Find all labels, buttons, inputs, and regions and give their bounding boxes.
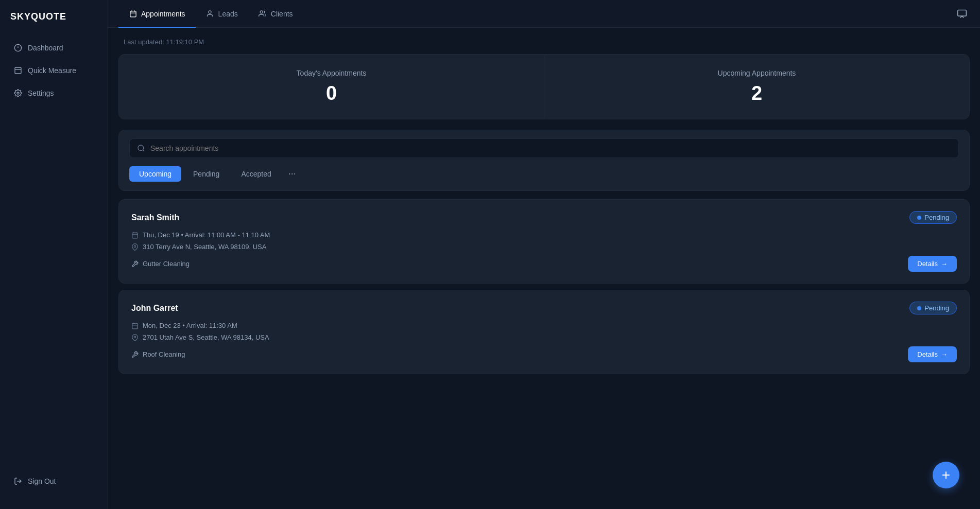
todays-appointments-value: 0 — [134, 82, 528, 104]
svg-point-12 — [260, 11, 263, 13]
location-icon-1 — [131, 243, 139, 251]
appt-date-text-1: Thu, Dec 19 • Arrival: 11:00 AM - 11:10 … — [143, 231, 270, 239]
svg-point-11 — [209, 11, 211, 13]
app-logo: SKYQUOTE — [0, 0, 108, 38]
calendar-detail-icon-2 — [131, 322, 139, 329]
upcoming-appointments-value: 2 — [560, 82, 954, 104]
appt-date-2: Mon, Dec 23 • Arrival: 11:30 AM — [131, 322, 957, 329]
stats-card: Today's Appointments 0 Upcoming Appointm… — [118, 54, 970, 119]
appt-footer-1: Gutter Cleaning Details → — [131, 256, 957, 272]
group-icon — [259, 10, 267, 18]
filter-tabs: Upcoming Pending Accepted ··· — [129, 165, 959, 182]
svg-point-20 — [134, 245, 136, 248]
sidebar-item-quick-measure[interactable]: Quick Measure — [6, 60, 101, 81]
filter-tab-upcoming[interactable]: Upcoming — [129, 166, 181, 182]
more-filters-button[interactable]: ··· — [283, 165, 301, 182]
appt-header-1: Sarah Smith Pending — [131, 211, 957, 224]
tab-leads[interactable]: Leads — [196, 1, 248, 28]
dashboard-icon — [13, 43, 23, 52]
appointment-card-2: John Garret Pending Mon, Dec 23 • Arriva… — [118, 290, 970, 374]
calendar-detail-icon-1 — [131, 232, 139, 239]
appt-service-2: Roof Cleaning — [131, 350, 185, 358]
appt-service-text-1: Gutter Cleaning — [143, 260, 190, 268]
appt-address-2: 2701 Utah Ave S, Seattle, WA 98134, USA — [131, 334, 957, 341]
chat-icon[interactable] — [954, 6, 970, 22]
svg-rect-7 — [130, 11, 135, 17]
main-area: Appointments Leads Clients — [108, 0, 980, 509]
sidebar-item-settings[interactable]: Settings — [6, 83, 101, 103]
status-label-2: Pending — [924, 304, 949, 312]
appt-service-text-2: Roof Cleaning — [143, 350, 185, 358]
tab-appointments-label: Appointments — [141, 10, 185, 18]
arrow-icon-1: → — [941, 260, 948, 268]
tab-appointments[interactable]: Appointments — [118, 1, 196, 28]
fab-button[interactable]: + — [933, 462, 959, 488]
appt-header-2: John Garret Pending — [131, 302, 957, 314]
stat-upcoming-appointments: Upcoming Appointments 2 — [544, 55, 969, 119]
appt-service-1: Gutter Cleaning — [131, 260, 190, 268]
search-section: Upcoming Pending Accepted ··· — [118, 130, 970, 191]
calendar-icon — [129, 10, 137, 18]
sidebar-item-settings-label: Settings — [28, 89, 54, 97]
appt-footer-2: Roof Cleaning Details → — [131, 346, 957, 362]
appt-name-1: Sarah Smith — [131, 213, 179, 222]
search-icon — [137, 144, 145, 152]
details-button-2[interactable]: Details → — [908, 346, 957, 362]
tab-clients[interactable]: Clients — [248, 1, 303, 28]
topnav-right — [954, 0, 970, 27]
svg-rect-3 — [15, 67, 21, 74]
tab-leads-label: Leads — [218, 10, 238, 18]
status-dot-2 — [917, 306, 921, 310]
arrow-icon-2: → — [941, 350, 948, 358]
svg-point-25 — [134, 336, 136, 338]
appointment-card-1: Sarah Smith Pending Thu, Dec 19 • Arriva… — [118, 199, 970, 284]
stat-todays-appointments: Today's Appointments 0 — [119, 55, 544, 119]
upcoming-appointments-label: Upcoming Appointments — [560, 69, 954, 77]
appt-name-2: John Garret — [131, 304, 178, 313]
sidebar: SKYQUOTE Dashboard Quick Measure — [0, 0, 108, 509]
sign-out-icon — [13, 477, 23, 486]
status-label-1: Pending — [924, 214, 949, 221]
search-input[interactable] — [150, 144, 951, 152]
appt-address-1: 310 Terry Ave N, Seattle, WA 98109, USA — [131, 243, 957, 251]
appt-address-text-1: 310 Terry Ave N, Seattle, WA 98109, USA — [143, 243, 266, 251]
quick-measure-icon — [13, 66, 23, 75]
person-icon — [206, 10, 214, 18]
svg-rect-21 — [132, 323, 138, 329]
appt-date-1: Thu, Dec 19 • Arrival: 11:00 AM - 11:10 … — [131, 231, 957, 239]
svg-line-15 — [143, 150, 144, 151]
svg-rect-13 — [958, 10, 967, 16]
svg-point-5 — [17, 92, 19, 94]
sign-out-label: Sign Out — [28, 477, 56, 485]
sidebar-item-dashboard[interactable]: Dashboard — [6, 38, 101, 58]
details-button-1[interactable]: Details → — [908, 256, 957, 272]
filter-tab-accepted[interactable]: Accepted — [231, 166, 281, 182]
settings-icon — [13, 89, 23, 98]
status-badge-1: Pending — [909, 211, 957, 224]
svg-rect-16 — [132, 233, 138, 238]
sidebar-item-dashboard-label: Dashboard — [28, 44, 63, 52]
svg-point-14 — [138, 145, 144, 151]
location-icon-2 — [131, 334, 139, 341]
appointments-list: Sarah Smith Pending Thu, Dec 19 • Arriva… — [118, 199, 970, 374]
status-dot-1 — [917, 216, 921, 220]
status-badge-2: Pending — [909, 302, 957, 314]
filter-tab-pending[interactable]: Pending — [183, 166, 229, 182]
service-icon-2 — [131, 351, 139, 358]
topnav: Appointments Leads Clients — [108, 0, 980, 28]
sidebar-item-quick-measure-label: Quick Measure — [28, 66, 76, 75]
tab-clients-label: Clients — [271, 10, 293, 18]
last-updated: Last updated: 11:19:10 PM — [108, 28, 980, 54]
appt-address-text-2: 2701 Utah Ave S, Seattle, WA 98134, USA — [143, 334, 269, 341]
sidebar-footer: Sign Out — [0, 461, 108, 509]
sidebar-nav: Dashboard Quick Measure Settings — [0, 38, 108, 461]
service-icon-1 — [131, 260, 139, 268]
appt-date-text-2: Mon, Dec 23 • Arrival: 11:30 AM — [143, 322, 237, 329]
todays-appointments-label: Today's Appointments — [134, 69, 528, 77]
topnav-tabs: Appointments Leads Clients — [118, 0, 303, 27]
search-bar — [129, 138, 959, 158]
content-area: Last updated: 11:19:10 PM Today's Appoin… — [108, 28, 980, 509]
sign-out-button[interactable]: Sign Out — [6, 471, 101, 492]
